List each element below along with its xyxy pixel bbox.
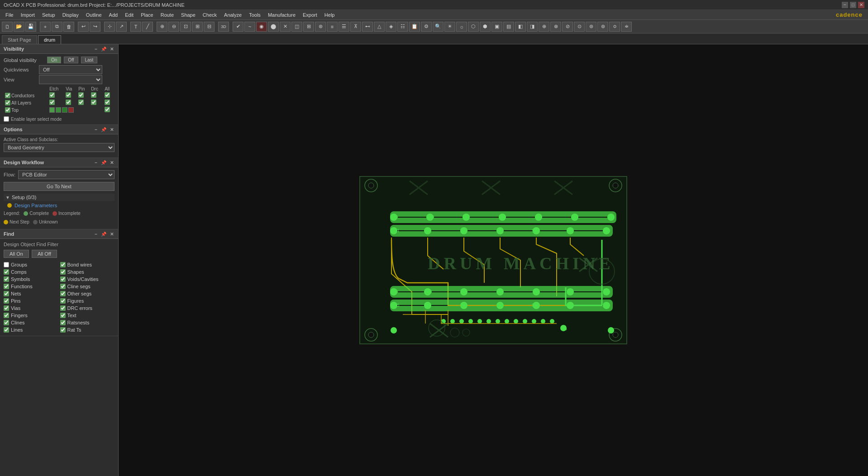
- workflow-minimize[interactable]: −: [94, 160, 98, 165]
- all-layers-checkbox[interactable]: [5, 100, 10, 105]
- menu-display[interactable]: Display: [59, 11, 82, 19]
- tb-net[interactable]: ⊼: [350, 22, 361, 32]
- figures-checkbox[interactable]: [60, 298, 66, 304]
- tb-open[interactable]: 📂: [14, 22, 24, 32]
- design-params-link[interactable]: Design Parameters: [14, 203, 57, 208]
- tb-new[interactable]: 🗋: [2, 22, 13, 32]
- tb-report[interactable]: 📋: [409, 22, 420, 32]
- menu-edit[interactable]: Edit: [121, 11, 137, 19]
- workflow-close[interactable]: ✕: [109, 160, 114, 165]
- tb-ratsnest[interactable]: ~: [244, 22, 255, 32]
- tb-grid[interactable]: ⊞: [303, 22, 314, 32]
- clines-checkbox[interactable]: [4, 320, 9, 325]
- tb-zoom-sel[interactable]: ⊟: [204, 22, 215, 32]
- tb-fab[interactable]: ◈: [386, 22, 396, 32]
- tb-find[interactable]: 🔍: [433, 22, 444, 32]
- visibility-pin[interactable]: 📌: [100, 47, 107, 52]
- tb-delete[interactable]: 🗑: [63, 22, 74, 32]
- tb-comp3d[interactable]: ⬡: [468, 22, 479, 32]
- tb-misc5[interactable]: ⊕: [539, 22, 549, 32]
- comps-checkbox[interactable]: [4, 269, 9, 275]
- groups-checkbox[interactable]: [4, 262, 9, 267]
- alllayers-all[interactable]: [105, 100, 110, 105]
- menu-check[interactable]: Check: [199, 11, 220, 19]
- visibility-minimize[interactable]: −: [94, 47, 98, 52]
- vias-checkbox[interactable]: [4, 305, 9, 311]
- vis-last-btn[interactable]: Last: [81, 57, 98, 63]
- conductors-all[interactable]: [105, 92, 110, 98]
- tb-prop[interactable]: ☰: [339, 22, 349, 32]
- tb-fpd[interactable]: ⬢: [480, 22, 491, 32]
- visibility-close[interactable]: ✕: [109, 47, 114, 52]
- tb-redo[interactable]: ↪: [90, 22, 100, 32]
- tb-misc12[interactable]: ≑: [621, 22, 632, 32]
- tb-highlight[interactable]: ⬤: [268, 22, 279, 32]
- tb-zoom-in[interactable]: ⊕: [157, 22, 167, 32]
- tb-color[interactable]: ◉: [256, 22, 267, 32]
- find-minimize[interactable]: −: [94, 232, 98, 237]
- menu-setup[interactable]: Setup: [38, 11, 59, 19]
- menu-shape[interactable]: Shape: [177, 11, 199, 19]
- tb-cross[interactable]: ✕: [280, 22, 291, 32]
- tab-start-page[interactable]: Start Page: [2, 35, 37, 44]
- top-checkbox[interactable]: [5, 107, 10, 113]
- subclass-select[interactable]: Board Geometry: [4, 143, 114, 152]
- quickviews-select[interactable]: Off: [39, 65, 102, 74]
- workflow-pin[interactable]: 📌: [100, 160, 107, 165]
- view-select[interactable]: [39, 75, 102, 84]
- menu-tools[interactable]: Tools: [245, 11, 264, 19]
- cline-segs-checkbox[interactable]: [60, 284, 66, 289]
- tb-copy[interactable]: ⧉: [52, 22, 62, 32]
- tb-undo[interactable]: ↩: [78, 22, 89, 32]
- tb-misc2[interactable]: ▤: [503, 22, 514, 32]
- tb-misc10[interactable]: ⊛: [597, 22, 608, 32]
- menu-file[interactable]: File: [2, 11, 17, 19]
- ratsnests-checkbox[interactable]: [60, 320, 66, 325]
- conductors-checkbox[interactable]: [5, 93, 10, 98]
- lines-checkbox[interactable]: [4, 327, 9, 333]
- options-pin[interactable]: 📌: [100, 127, 107, 132]
- minimize-button[interactable]: −: [842, 2, 848, 8]
- other-segs-checkbox[interactable]: [60, 291, 66, 296]
- vis-off-btn[interactable]: Off: [64, 57, 78, 63]
- shapes-checkbox[interactable]: [60, 269, 66, 275]
- text-checkbox[interactable]: [60, 313, 66, 318]
- top-color-3[interactable]: [62, 107, 67, 113]
- alllayers-pin[interactable]: [78, 100, 84, 105]
- go-to-next-button[interactable]: Go To Next: [4, 182, 114, 191]
- workflow-panel-header[interactable]: Design Workflow − 📌 ✕: [0, 158, 118, 167]
- menu-manufacture[interactable]: Manufacture: [264, 11, 299, 19]
- maximize-button[interactable]: □: [850, 2, 856, 8]
- tb-misc3[interactable]: ◧: [515, 22, 526, 32]
- voids-checkbox[interactable]: [60, 276, 66, 282]
- drc-errors-checkbox[interactable]: [60, 305, 66, 311]
- menu-export[interactable]: Export: [299, 11, 321, 19]
- tb-misc7[interactable]: ⊘: [562, 22, 573, 32]
- tb-text[interactable]: T: [130, 22, 141, 32]
- menu-add[interactable]: Add: [105, 11, 122, 19]
- tb-bom[interactable]: ☷: [397, 22, 408, 32]
- options-panel-header[interactable]: Options − 📌 ✕: [0, 125, 118, 134]
- alllayers-drc[interactable]: [91, 100, 96, 105]
- visibility-panel-header[interactable]: Visibility − 📌 ✕: [0, 44, 118, 54]
- tb-constraint[interactable]: ⊷: [362, 22, 373, 32]
- tb-misc9[interactable]: ⊚: [586, 22, 596, 32]
- tb-misc4[interactable]: ◨: [527, 22, 538, 32]
- conductors-via[interactable]: [66, 92, 71, 98]
- tb-line[interactable]: ╱: [142, 22, 153, 32]
- tb-dim[interactable]: ◫: [291, 22, 302, 32]
- tb-misc6[interactable]: ⊗: [550, 22, 561, 32]
- tb-add[interactable]: +: [40, 22, 51, 32]
- conductors-pin[interactable]: [78, 92, 84, 98]
- flow-select[interactable]: PCB Editor: [18, 170, 114, 179]
- enable-layer-select-checkbox[interactable]: [4, 116, 9, 122]
- tb-misc11[interactable]: ≎: [609, 22, 620, 32]
- functions-checkbox[interactable]: [4, 284, 9, 289]
- tb-zoom-out[interactable]: ⊖: [168, 22, 179, 32]
- alllayers-etch[interactable]: [49, 100, 55, 105]
- conductors-drc[interactable]: [91, 92, 96, 98]
- tb-snap[interactable]: ⊛: [315, 22, 326, 32]
- bond-wires-checkbox[interactable]: [60, 262, 66, 267]
- fingers-checkbox[interactable]: [4, 313, 9, 318]
- rat-ts-checkbox[interactable]: [60, 327, 66, 333]
